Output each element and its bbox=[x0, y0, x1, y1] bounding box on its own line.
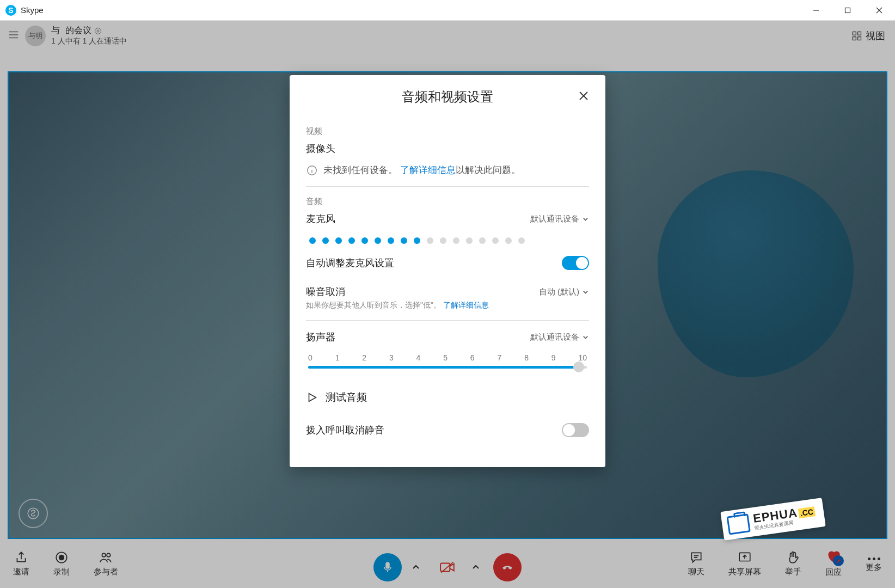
svg-rect-10 bbox=[858, 32, 861, 35]
view-mode-button[interactable]: 视图 bbox=[851, 29, 885, 42]
mute-mic-button[interactable] bbox=[373, 553, 402, 581]
slider-thumb[interactable] bbox=[573, 362, 584, 372]
microphone-icon bbox=[381, 561, 394, 574]
briefcase-icon bbox=[726, 513, 750, 535]
edit-badge-icon bbox=[833, 555, 844, 566]
participants-button[interactable]: 参与者 bbox=[94, 550, 118, 577]
noise-cancel-description: 如果你想要其他人听到音乐，选择"低"。 了解详细信息 bbox=[306, 301, 589, 310]
people-icon bbox=[99, 550, 113, 565]
grid-icon bbox=[851, 30, 862, 41]
unmute-incoming-toggle[interactable] bbox=[562, 423, 589, 437]
info-icon bbox=[306, 164, 318, 176]
microphone-device-dropdown[interactable]: 默认通讯设备 bbox=[530, 214, 589, 224]
window-minimize-button[interactable] bbox=[800, 0, 832, 21]
camera-off-icon bbox=[439, 560, 456, 574]
microphone-label: 麦克风 bbox=[306, 212, 335, 225]
svg-point-16 bbox=[102, 553, 106, 557]
more-button[interactable]: 更多 bbox=[866, 554, 882, 573]
svg-marker-29 bbox=[309, 394, 316, 402]
dialog-close-button[interactable] bbox=[578, 90, 591, 103]
hangup-icon bbox=[501, 561, 514, 574]
skype-logo-icon: S bbox=[5, 5, 16, 16]
share-screen-button[interactable]: 共享屏幕 bbox=[728, 550, 761, 577]
hand-icon bbox=[786, 550, 800, 565]
svg-point-17 bbox=[107, 553, 111, 557]
svg-marker-7 bbox=[95, 28, 101, 34]
dialog-title: 音频和视频设置 bbox=[402, 88, 493, 106]
window-close-button[interactable] bbox=[863, 0, 895, 21]
audio-section-label: 音频 bbox=[306, 197, 589, 207]
svg-rect-19 bbox=[440, 564, 450, 572]
svg-rect-18 bbox=[386, 562, 389, 568]
svg-point-15 bbox=[59, 555, 64, 560]
record-button[interactable]: 录制 bbox=[53, 550, 70, 577]
call-toolbar: 邀请 录制 参与者 bbox=[0, 539, 895, 588]
self-preview[interactable] bbox=[19, 499, 48, 528]
camera-label: 摄像头 bbox=[306, 142, 589, 155]
invite-button[interactable]: 邀请 bbox=[13, 550, 29, 577]
chevron-down-icon bbox=[582, 216, 589, 223]
record-icon bbox=[54, 550, 69, 565]
speaker-label: 扬声器 bbox=[306, 330, 335, 344]
meeting-title: 与 的会议 bbox=[51, 25, 127, 36]
window-titlebar: S Skype bbox=[0, 0, 895, 21]
chat-button[interactable]: 聊天 bbox=[688, 550, 704, 577]
settings-hex-icon[interactable] bbox=[94, 27, 102, 35]
svg-rect-9 bbox=[853, 32, 856, 35]
react-button[interactable]: 回应 bbox=[825, 549, 842, 578]
skype-outline-icon bbox=[26, 506, 40, 520]
chevron-down-icon bbox=[582, 334, 589, 341]
mic-options-button[interactable] bbox=[406, 558, 426, 577]
unmute-incoming-label: 拨入呼叫取消静音 bbox=[306, 424, 384, 437]
camera-options-button[interactable] bbox=[466, 558, 486, 577]
menu-icon[interactable] bbox=[8, 29, 20, 43]
svg-point-8 bbox=[97, 30, 99, 32]
noise-cancel-dropdown[interactable]: 自动 (默认) bbox=[539, 287, 589, 297]
ellipsis-icon bbox=[868, 554, 880, 560]
no-camera-warning: 未找到任何设备。 了解详细信息以解决此问题。 bbox=[306, 164, 589, 176]
noise-cancel-label: 噪音取消 bbox=[306, 285, 345, 298]
window-title: Skype bbox=[21, 5, 44, 15]
end-call-button[interactable] bbox=[493, 553, 522, 581]
speaker-volume-slider[interactable] bbox=[308, 364, 587, 370]
auto-mic-label: 自动调整麦克风设置 bbox=[306, 256, 394, 270]
raise-hand-button[interactable]: 举手 bbox=[785, 550, 801, 577]
speaker-volume-ticks: 012345678910 bbox=[308, 353, 587, 362]
play-icon bbox=[306, 391, 318, 403]
speaker-device-dropdown[interactable]: 默认通讯设备 bbox=[530, 332, 589, 342]
chat-icon bbox=[689, 550, 703, 565]
auto-mic-toggle[interactable] bbox=[562, 256, 589, 270]
svg-rect-1 bbox=[845, 8, 850, 13]
share-out-icon bbox=[14, 550, 28, 565]
meeting-avatar[interactable]: 与明 bbox=[25, 26, 46, 46]
av-settings-dialog: 音频和视频设置 视频 摄像头 未找到任何设备。 了解详细信息以解决此问题。 音频… bbox=[290, 75, 605, 467]
noise-cancel-learn-more-link[interactable]: 了解详细信息 bbox=[443, 301, 489, 309]
share-screen-icon bbox=[738, 550, 752, 565]
chevron-down-icon bbox=[582, 289, 589, 296]
call-header: 与明 与 的会议 1 人中有 1 人在通话中 视图 bbox=[0, 21, 895, 51]
test-audio-button[interactable]: 测试音频 bbox=[306, 390, 589, 405]
svg-rect-11 bbox=[853, 36, 856, 40]
microphone-level-meter bbox=[309, 237, 589, 244]
participant-count: 1 人中有 1 人在通话中 bbox=[51, 36, 127, 46]
camera-toggle-button[interactable] bbox=[433, 553, 462, 581]
window-maximize-button[interactable] bbox=[832, 0, 863, 21]
video-section-label: 视频 bbox=[306, 126, 589, 137]
svg-rect-12 bbox=[858, 36, 861, 40]
camera-learn-more-link[interactable]: 了解详细信息 bbox=[400, 165, 456, 175]
